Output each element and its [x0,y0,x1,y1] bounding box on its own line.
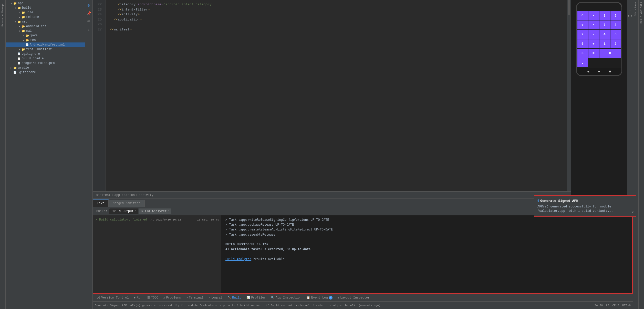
calc-btn-C[interactable]: C [577,11,588,20]
tree-item-java[interactable]: ▶📂java [6,33,85,38]
code-lines[interactable]: <category android:name="android.intent.c… [106,0,567,191]
calc-btn-4[interactable]: 4 [599,30,610,39]
btm-tool-terminal[interactable]: >Terminal [184,295,205,300]
calc-btn-6[interactable]: 6 [577,39,588,48]
tree-item-test[interactable]: ▶📁test [unitTest] [6,47,85,52]
calc-btn--[interactable]: . [577,58,588,67]
build-variants-label[interactable]: Build Variants [639,0,643,26]
file-tree-panel: ▼📁app▼📁build▶📁libs▶📁release▼📁src▶📂androi… [6,0,85,309]
calc-btn--[interactable]: + [588,39,599,48]
btm-tool-run[interactable]: ▶Run [132,295,144,300]
nav-recent[interactable]: ■ [609,70,611,74]
btm-tool-layout_inspector[interactable]: ⊞Layout Inspector [336,295,372,300]
tree-item-proguard[interactable]: 📄proguard-rules.pro [6,61,85,65]
calc-btn--[interactable]: - [588,11,599,20]
tree-item-label: release [26,15,39,19]
tree-item-gradle[interactable]: ▶📁gradle [6,65,85,70]
btm-tool-app_inspection[interactable]: 🔍App Inspection [269,295,304,300]
line-number-24: 24 [93,12,103,17]
tree-item-androidTest[interactable]: ▶📂androidTest [6,24,85,29]
build-output-panel[interactable]: > Task :app:writeReleaseSigningConfigVer… [221,215,632,293]
build-analyzer-link[interactable]: Build Analyzer [225,257,251,261]
breadcrumb-item-1[interactable]: application [115,193,135,197]
gradle-icon: 📋 [17,57,20,60]
build-label: Build: [95,209,108,213]
tree-arrow: ▶ [10,66,13,69]
calc-btn--[interactable]: = [588,49,599,58]
tree-item-main[interactable]: ▼📁main [6,29,85,33]
tree-item-label: test [unitTest] [26,48,54,51]
ratio-btn[interactable]: 1:1 [628,14,633,19]
file-tree: ▼📁app▼📁build▶📁libs▶📁release▼📁src▶📂androi… [6,0,85,309]
tree-item-gitignore[interactable]: 📄.gitignore [6,52,85,56]
editor-scrollbar[interactable] [567,0,571,191]
breadcrumb-item-2[interactable]: activity [139,193,153,197]
left-tool-tabs: ◎ 📌 👁 ☆ [85,0,93,309]
tree-item-build_gradle[interactable]: 📋build.gradle [6,56,85,61]
notif-chevron[interactable]: ∨ [632,211,634,214]
tool-icon-target[interactable]: ◎ [85,2,92,9]
zoom-in-btn[interactable]: + [628,2,633,7]
calc-btn-2[interactable]: 2 [610,39,621,48]
tree-arrow: ▶ [18,11,21,14]
tree-item-label: java [30,34,38,37]
scrollbar-thumb[interactable] [568,0,570,15]
editor-tab-text[interactable]: Text [93,200,109,207]
tree-item-src[interactable]: ▼📁src [6,19,85,24]
tree-item-label: libs [26,11,34,14]
calc-btn-0[interactable]: 0 [599,49,621,58]
bottom-tab-build_output[interactable]: Build Output× [109,208,138,214]
notif-header: ℹ Generate Signed APK [537,199,633,203]
calc-btn-8[interactable]: 8 [610,20,621,29]
calc-btn--[interactable]: - [588,30,599,39]
bottom-tab-label-build_output: Build Output [111,209,133,213]
calc-btn--[interactable]: × [588,20,599,29]
btm-tool-todo[interactable]: ☰TODO [145,295,160,300]
calc-btn-9[interactable]: 9 [577,30,588,39]
tree-item-res[interactable]: ▶📂res [6,38,85,42]
profiler-icon: 📊 [246,296,250,299]
btm-tool-problems[interactable]: ⚠Problems [161,295,183,300]
structure-label[interactable]: Structure [634,0,638,18]
tab-close-build_output[interactable]: × [135,210,136,213]
btm-tool-version_control[interactable]: ⎇Version Control [95,295,131,300]
zoom-out-btn[interactable]: - [628,8,633,13]
btm-tool-logcat[interactable]: ≡Logcat [207,295,225,300]
status-bar-right: 24:20 LF CRLF UTF-8 [594,304,631,307]
calc-btn-1[interactable]: 1 [599,39,610,48]
folder-icon: 📁 [13,2,17,5]
tree-item-app[interactable]: ▼📁app [6,1,85,6]
btm-tool-profiler[interactable]: 📊Profiler [244,295,268,300]
tree-item-libs[interactable]: ▶📁libs [6,10,85,15]
calc-btn-7[interactable]: 7 [599,20,610,29]
bottom-tab-build_analyzer[interactable]: Build Analyzer× [139,208,171,214]
line-sep: LF [606,304,609,307]
nav-back[interactable]: ◀ [587,69,589,74]
bottom-tabs-container: Build Output×Build Analyzer× [109,208,171,214]
event_log-icon: 📋 [307,296,310,299]
notif-title: Generate Signed APK [540,199,578,203]
tool-icon-eye[interactable]: 👁 [85,18,92,25]
calc-btn-5[interactable]: 5 [610,30,621,39]
calc-btn-3[interactable]: 3 [577,49,588,58]
tree-item-release[interactable]: ▶📁release [6,15,85,19]
tool-icon-pin[interactable]: 📌 [85,10,92,17]
calc-btn--[interactable]: ÷ [577,20,588,29]
code-line-25: </application> [110,17,563,22]
btm-tool-event_log[interactable]: 📋Event Log1 [305,295,335,300]
tree-item-build[interactable]: ▼📁build [6,6,85,10]
bottom-tab-label-build_analyzer: Build Analyzer [141,209,167,213]
calc-btn--[interactable]: ) [610,11,621,20]
editor-tab-merged_manifest[interactable]: Merged Manifest [109,200,145,207]
encoding: CRLF [612,304,619,307]
tree-item-gitignore2[interactable]: 📄.gitignore [6,70,85,75]
btm-tool-build[interactable]: 🔨Build [225,295,243,300]
nav-home[interactable]: ● [598,70,600,74]
resource-manager-label[interactable]: Resource Manager [1,0,5,29]
calc-btn--[interactable]: ( [599,11,610,20]
tree-item-label: androidTest [26,25,46,28]
breadcrumb-item-0[interactable]: manifest [96,193,111,197]
tool-icon-star[interactable]: ☆ [85,26,92,33]
tab-close-build_analyzer[interactable]: × [168,210,169,213]
tree-item-AndroidManifest[interactable]: 📄AndroidManifest.xml [6,42,85,47]
